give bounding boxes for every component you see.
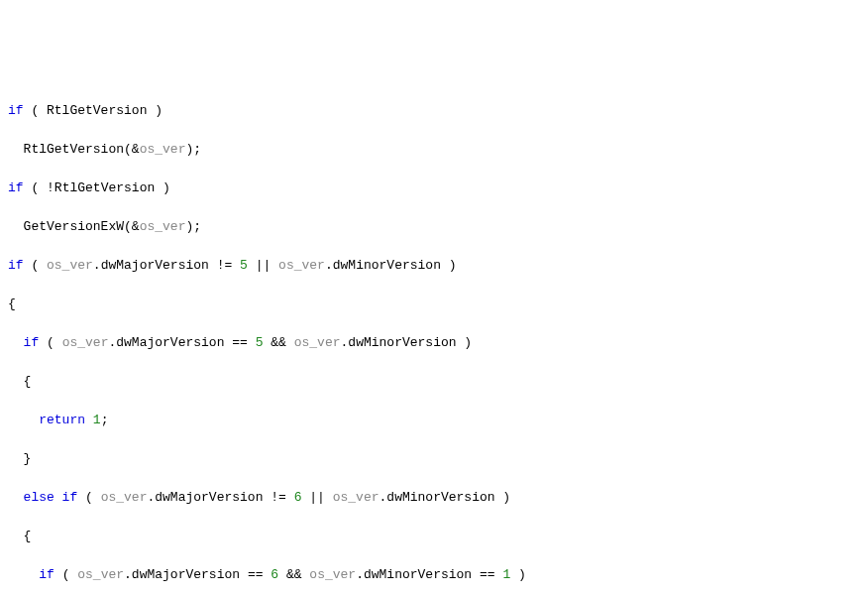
- text: [8, 490, 24, 505]
- code-line: {: [8, 372, 860, 392]
- keyword: if: [24, 335, 40, 350]
- variable: os_ver: [309, 567, 356, 582]
- text: [85, 413, 93, 427]
- text: [8, 335, 24, 350]
- text: );: [185, 219, 201, 234]
- text: ||: [302, 490, 333, 505]
- member: dwMajorVersion: [116, 335, 224, 350]
- code-line: RtlGetVersion(&os_ver);: [8, 140, 860, 160]
- code-block: if ( RtlGetVersion ) RtlGetVersion(&os_v…: [8, 81, 860, 596]
- text: (: [54, 567, 77, 582]
- text: (&: [124, 142, 140, 157]
- member: dwMinorVersion: [386, 490, 494, 505]
- variable: os_ver: [140, 142, 186, 157]
- text: [8, 529, 24, 543]
- text: ): [147, 103, 163, 118]
- code-line: }: [8, 449, 860, 469]
- code-line: if ( os_ver.dwMajorVersion != 5 || os_ve…: [8, 256, 860, 276]
- variable: os_ver: [333, 490, 380, 505]
- keyword: else if: [24, 490, 78, 505]
- text: (: [77, 490, 100, 505]
- code-line: {: [8, 527, 860, 546]
- code-line: if ( os_ver.dwMajorVersion == 6 && os_ve…: [8, 565, 860, 585]
- code-line: if ( os_ver.dwMajorVersion == 5 && os_ve…: [8, 333, 860, 353]
- number: 5: [256, 335, 264, 350]
- text: ): [457, 335, 473, 350]
- text: [8, 451, 24, 466]
- text: ( !: [24, 180, 54, 195]
- member: dwMajorVersion: [132, 567, 240, 582]
- member: dwMajorVersion: [101, 258, 209, 273]
- member: dwMinorVersion: [364, 567, 472, 582]
- text: ||: [248, 258, 278, 273]
- identifier: RtlGetVersion: [54, 180, 155, 195]
- code-line: if ( !RtlGetVersion ): [8, 179, 860, 198]
- brace: {: [8, 297, 16, 311]
- code-line: {: [8, 295, 860, 314]
- text: .: [124, 567, 132, 582]
- identifier: RtlGetVersion: [24, 142, 124, 157]
- number: 1: [93, 413, 101, 427]
- number: 6: [271, 567, 278, 582]
- text: (: [24, 258, 47, 273]
- number: 6: [294, 490, 302, 505]
- brace: }: [24, 451, 32, 466]
- variable: os_ver: [77, 567, 124, 582]
- keyword: return: [39, 413, 85, 427]
- identifier: RtlGetVersion: [47, 103, 147, 118]
- text: [8, 142, 24, 157]
- text: !=: [263, 490, 293, 505]
- code-line: GetVersionExW(&os_ver);: [8, 217, 860, 237]
- text: (&: [124, 219, 140, 234]
- text: [8, 219, 24, 234]
- text: [8, 567, 39, 582]
- member: dwMinorVersion: [348, 335, 456, 350]
- text: .: [356, 567, 364, 582]
- text: ): [495, 490, 511, 505]
- text: (: [24, 103, 47, 118]
- brace: {: [24, 374, 32, 389]
- keyword: if: [39, 567, 54, 582]
- member: dwMajorVersion: [155, 490, 263, 505]
- text: ): [441, 258, 457, 273]
- text: ): [510, 567, 526, 582]
- text: &&: [278, 567, 309, 582]
- code-line: else if ( os_ver.dwMajorVersion != 6 || …: [8, 488, 860, 508]
- number: 5: [240, 258, 248, 273]
- text: ;: [101, 413, 109, 427]
- variable: os_ver: [278, 258, 325, 273]
- text: ==: [472, 567, 502, 582]
- variable: os_ver: [101, 490, 148, 505]
- text: .: [325, 258, 333, 273]
- keyword: if: [8, 103, 24, 118]
- variable: os_ver: [62, 335, 109, 350]
- text: [8, 413, 39, 427]
- text: !=: [209, 258, 240, 273]
- text: &&: [264, 335, 294, 350]
- keyword: if: [8, 258, 24, 273]
- text: );: [185, 142, 201, 157]
- keyword: if: [8, 180, 24, 195]
- variable: os_ver: [140, 219, 186, 234]
- variable: os_ver: [294, 335, 341, 350]
- text: ): [155, 180, 170, 195]
- text: ==: [240, 567, 271, 582]
- member: dwMinorVersion: [333, 258, 441, 273]
- text: ==: [224, 335, 255, 350]
- variable: os_ver: [47, 258, 93, 273]
- text: [8, 374, 24, 389]
- text: .: [93, 258, 101, 273]
- brace: {: [24, 529, 32, 543]
- identifier: GetVersionExW: [24, 219, 124, 234]
- code-line: if ( RtlGetVersion ): [8, 101, 860, 121]
- text: (: [39, 335, 61, 350]
- code-line: return 1;: [8, 411, 860, 430]
